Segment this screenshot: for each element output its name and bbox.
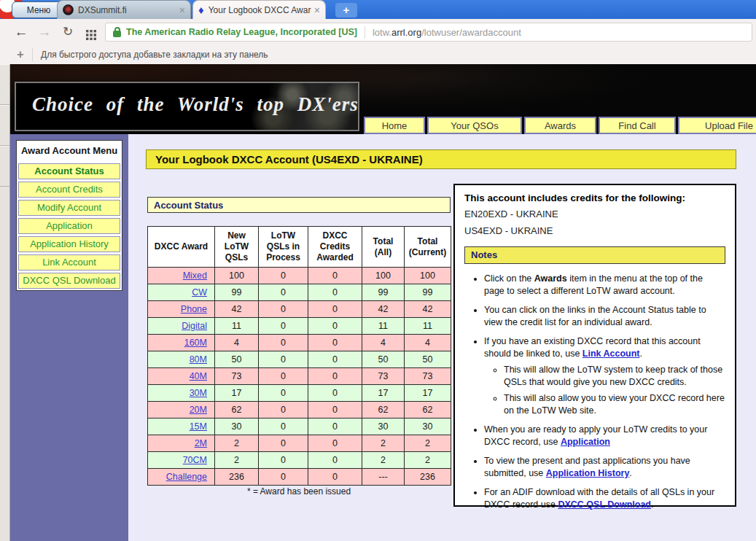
sidebar-item-account-credits[interactable]: Account Credits: [18, 182, 120, 198]
table-row-15m: 15M30003030: [148, 419, 451, 435]
award-link-digital[interactable]: Digital: [182, 321, 207, 331]
value-cell: 0: [308, 469, 362, 486]
value-cell: 100: [215, 268, 259, 284]
note-item-4: When you are ready to apply your LoTW cr…: [484, 424, 725, 448]
value-cell: 11: [215, 318, 259, 335]
award-link-20m[interactable]: 20M: [190, 405, 207, 415]
table-row-80m: 80M50005050: [148, 351, 451, 368]
value-cell: 0: [308, 351, 362, 368]
column-header-new-lotw-qsls: New LoTW QSLs: [215, 227, 259, 268]
value-cell: 0: [308, 284, 362, 301]
value-cell: 0: [308, 268, 362, 284]
value-cell: 0: [259, 452, 308, 469]
value-cell: 0: [308, 452, 362, 469]
value-cell: 4: [362, 335, 405, 351]
sidebar: Award Account Menu Account StatusAccount…: [10, 134, 128, 541]
address-bar[interactable]: The American Radio Relay League, Incorpo…: [105, 23, 752, 42]
table-row-phone: Phone42004242: [148, 301, 451, 318]
tab-lotw-award[interactable]: ♦ Your Logbook DXCC Award A ×: [192, 0, 326, 19]
nav-tab-upload-file[interactable]: Upload File: [678, 117, 756, 134]
note-link-application-history[interactable]: Application History: [546, 468, 630, 478]
value-cell: 2: [215, 452, 259, 469]
forward-icon[interactable]: →: [35, 23, 54, 42]
url-divider: [365, 26, 365, 39]
award-link-challenge[interactable]: Challenge: [166, 472, 207, 482]
award-link-80m[interactable]: 80M: [190, 354, 207, 365]
reload-icon[interactable]: ↻: [58, 23, 77, 42]
award-cell: 2M: [148, 435, 215, 452]
award-issued-footnote: * = Award has been issued: [147, 486, 451, 497]
value-cell: 2: [362, 452, 405, 469]
nav-tab-your-qsos[interactable]: Your QSOs: [427, 117, 522, 134]
note-bold-text: Awards: [534, 273, 567, 284]
padlock-icon[interactable]: [113, 31, 121, 37]
table-row-challenge: Challenge23600---236: [148, 469, 451, 486]
new-tab-button[interactable]: +: [335, 3, 357, 17]
close-tab-icon[interactable]: ×: [314, 5, 320, 15]
table-row-40m: 40M73007373: [148, 368, 451, 385]
award-link-cw[interactable]: CW: [192, 287, 207, 297]
value-cell: 0: [259, 419, 308, 435]
bookmarks-hint-text: Для быстрого доступа добавьте закладки н…: [41, 45, 268, 64]
note-link-dxcc-qsl-download[interactable]: DXCC QSL Download: [558, 499, 651, 510]
value-cell: 0: [259, 318, 308, 335]
table-row-digital: Digital11001111: [148, 318, 451, 335]
arrl-diamond-favicon-icon: ♦: [198, 4, 204, 15]
table-row-mixed: Mixed10000100100: [148, 268, 451, 284]
award-link-2m[interactable]: 2M: [195, 438, 207, 448]
table-row-70cm: 70CM20022: [148, 452, 451, 469]
sidebar-item-link-account[interactable]: Link Account: [18, 254, 120, 270]
award-link-160m[interactable]: 160M: [184, 338, 207, 348]
sidebar-item-modify-account[interactable]: Modify Account: [18, 200, 120, 216]
url-text[interactable]: lotw.arrl.org/lotwuser/awardaccount: [373, 27, 521, 38]
award-cell: 30M: [148, 385, 215, 402]
back-icon[interactable]: ←: [12, 23, 31, 42]
sidebar-item-account-status[interactable]: Account Status: [18, 163, 120, 179]
tab-title: DXSummit.fi: [78, 5, 176, 15]
close-tab-icon[interactable]: ×: [179, 5, 185, 15]
table-row-160m: 160M40044: [148, 335, 451, 351]
value-cell: 17: [405, 385, 451, 402]
note-item-3: If you have an existing DXCC record that…: [484, 335, 725, 416]
award-cell: Challenge: [148, 469, 215, 486]
sidebar-item-dxcc-qsl-download[interactable]: DXCC QSL Download: [18, 273, 120, 289]
note-sub-item: This will allow the LoTW system to keep …: [504, 364, 725, 388]
award-link-30m[interactable]: 30M: [190, 388, 207, 398]
award-cell: 80M: [148, 351, 215, 368]
value-cell: 42: [405, 301, 451, 318]
award-cell: Phone: [148, 301, 215, 318]
sidebar-menu-items: Account StatusAccount CreditsModify Acco…: [18, 163, 120, 289]
column-header-lotw-qsls-in-process: LoTW QSLs in Process: [259, 227, 308, 268]
award-account-menu: Award Account Menu Account StatusAccount…: [16, 140, 122, 291]
tab-dxsummit[interactable]: DXSummit.fi ×: [57, 0, 191, 19]
value-cell: 30: [362, 419, 405, 435]
nav-tab-find-call[interactable]: Find Call: [599, 117, 676, 134]
note-item-5: To view the present and past application…: [484, 455, 725, 479]
callsign-entry: US4EXD - UKRAINE: [464, 225, 725, 237]
award-link-40m[interactable]: 40M: [190, 371, 207, 381]
add-bookmark-icon[interactable]: +: [13, 45, 28, 64]
nav-tab-awards[interactable]: Awards: [524, 117, 596, 134]
sidebar-menu-title: Award Account Menu: [18, 142, 120, 161]
callsign-entry: EN20EXD - UKRAINE: [464, 209, 725, 220]
value-cell: 11: [405, 318, 451, 335]
award-cell: 160M: [148, 335, 215, 351]
sidebar-item-application[interactable]: Application: [18, 218, 120, 234]
value-cell: 2: [405, 452, 451, 469]
value-cell: 73: [405, 368, 451, 385]
award-link-70cm[interactable]: 70CM: [183, 455, 207, 465]
value-cell: 73: [362, 368, 405, 385]
award-link-15m[interactable]: 15M: [190, 421, 207, 432]
note-link-link-account[interactable]: Link Account: [582, 349, 640, 359]
security-label[interactable]: The American Radio Relay League, Incorpo…: [126, 27, 357, 37]
note-link-application[interactable]: Application: [561, 437, 610, 447]
award-link-phone[interactable]: Phone: [181, 304, 207, 314]
award-link-mixed[interactable]: Mixed: [183, 270, 207, 281]
account-status-table: DXCC AwardNew LoTW QSLsLoTW QSLs in Proc…: [147, 226, 451, 486]
value-cell: 99: [215, 284, 259, 301]
sidebar-item-application-history[interactable]: Application History: [18, 236, 120, 252]
nav-tab-home[interactable]: Home: [364, 117, 425, 134]
value-cell: 11: [362, 318, 405, 335]
apps-grid-icon[interactable]: [82, 26, 101, 45]
award-cell: Digital: [148, 318, 215, 335]
